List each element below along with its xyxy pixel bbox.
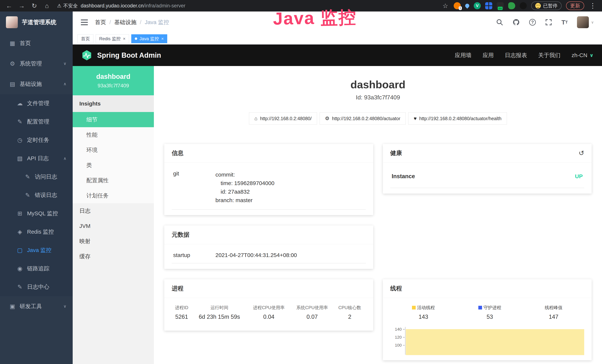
sidebar-item-label: 定时任务	[27, 136, 49, 144]
close-icon[interactable]: ×	[123, 36, 126, 41]
service-url-link[interactable]: ⌂ http://192.168.0.2:48080/	[249, 112, 317, 125]
paused-chip[interactable]: 已暂停	[531, 1, 562, 10]
sidebar-item-access-logs[interactable]: ✎ 访问日志	[0, 168, 73, 186]
chevron-up-icon: ∧	[64, 156, 66, 161]
sidebar-item-error-logs[interactable]: ✎ 错误日志	[0, 186, 73, 204]
document-icon: ✎	[23, 192, 32, 199]
extension-icon-3[interactable]: V	[474, 2, 481, 9]
sba-item-classes[interactable]: 类	[73, 158, 154, 173]
sidebar-item-mysql-monitor[interactable]: ⊞ MySQL 监控	[0, 204, 73, 223]
column-header: 进程ID	[172, 301, 192, 313]
dashboard-icon: ▦	[8, 40, 17, 47]
sba-item-details[interactable]: 细节	[73, 112, 154, 127]
github-icon[interactable]	[512, 19, 520, 26]
smiley-icon	[535, 3, 541, 9]
sidebar-item-label: 配置管理	[27, 118, 49, 126]
health-url-link[interactable]: ♥ http://192.168.0.2:48080/actuator/heal…	[408, 112, 507, 125]
extension-icon-7[interactable]	[520, 2, 527, 9]
sidebar-item-infrastructure[interactable]: ▤ 基础设施 ∧	[0, 74, 73, 94]
card-title: 信息	[172, 149, 183, 157]
sidebar-item-config-management[interactable]: ✎ 配置管理	[0, 113, 73, 131]
breadcrumb-home[interactable]: 首页	[95, 19, 106, 26]
sidebar-item-scheduled-tasks[interactable]: ◷ 定时任务	[0, 131, 73, 149]
app-logo[interactable]: 芋道管理系统	[0, 11, 73, 33]
sidebar-collapse-icon[interactable]	[81, 20, 88, 25]
sidebar-item-label: 日志中心	[27, 283, 49, 291]
tags-view: 首页 Redis 监控 × Java 监控 ×	[73, 33, 602, 44]
sba-item-logs[interactable]: 日志	[73, 203, 154, 218]
sidebar-item-java-monitor[interactable]: ▢ Java 监控	[0, 241, 73, 259]
update-button[interactable]: 更新	[566, 1, 584, 10]
sba-nav-journal[interactable]: 日志报表	[505, 52, 527, 59]
chevron-down-icon: ∨	[64, 61, 66, 66]
process-table: 进程ID 运行时间 进程CPU使用率 系统CPU使用率 CPU核心数 5261 …	[172, 301, 366, 325]
forward-icon[interactable]: →	[18, 2, 26, 10]
fullscreen-icon[interactable]	[545, 19, 552, 26]
sidebar-item-file-management[interactable]: ☁ 文件管理	[0, 94, 73, 113]
extension-icon-4[interactable]	[485, 2, 492, 9]
active-dot	[135, 37, 137, 40]
header-actions: ? TT ∨	[496, 16, 594, 28]
sidebar-item-dev-tools[interactable]: ▣ 研发工具 ∨	[0, 296, 73, 317]
cell-cpu-cores: 2	[334, 313, 366, 325]
sidebar-item-label: API 日志	[27, 155, 49, 162]
bookmark-star-icon[interactable]: ☆	[441, 2, 449, 10]
sidebar-item-api-logs[interactable]: ▧ API 日志 ∧	[0, 149, 73, 168]
home-icon[interactable]: ⌂	[43, 2, 51, 10]
chevron-down-icon: ∨	[64, 304, 66, 309]
sba-item-environment[interactable]: 环境	[73, 142, 154, 158]
reload-icon[interactable]: ↻	[30, 2, 38, 10]
sba-group-insights[interactable]: Insights	[73, 95, 154, 112]
extension-icon-2[interactable]	[464, 3, 470, 9]
sba-item-scheduled-tasks[interactable]: 计划任务	[73, 188, 154, 203]
search-icon[interactable]	[496, 19, 503, 26]
sba-item-config-props[interactable]: 配置属性	[73, 173, 154, 188]
y-tick-label: 120	[395, 335, 402, 340]
sba-item-mappings[interactable]: 映射	[73, 234, 154, 249]
back-icon[interactable]: ←	[5, 2, 13, 10]
sba-nav-applications[interactable]: 应用	[483, 52, 494, 59]
sba-item-metrics[interactable]: 性能	[73, 127, 154, 142]
sidebar-item-system[interactable]: ⚙ 系统管理 ∨	[0, 54, 73, 74]
legend-daemon-threads: 守护进程 53	[478, 305, 501, 320]
sba-item-caches[interactable]: 缓存	[73, 249, 154, 264]
extension-icon-5[interactable]: on	[497, 2, 504, 9]
sidebar-item-label: 链路追踪	[27, 265, 49, 272]
sidebar-item-home[interactable]: ▦ 首页	[0, 33, 73, 54]
sba-instance-header[interactable]: dashboard 93a3fc7f7409	[73, 66, 154, 95]
browser-menu-icon[interactable]: ⋮	[589, 2, 597, 10]
sidebar-item-log-center[interactable]: ✎ 日志中心	[0, 278, 73, 296]
home-icon: ⌂	[254, 116, 257, 121]
help-icon[interactable]: ?	[529, 19, 536, 26]
health-row-instance: Instance UP	[390, 165, 584, 188]
font-size-icon[interactable]: TT	[561, 19, 568, 26]
link-label: http://192.168.0.2:48080/	[260, 116, 312, 121]
process-card: 进程 进程ID 运行时间 进程CPU使用率 系统CPU使用率 CPU核心数	[164, 279, 373, 331]
close-icon[interactable]: ×	[161, 36, 164, 41]
address-bar[interactable]: ⚠ 不安全 dashboard.yudao.iocoder.cn/infra/a…	[57, 3, 437, 9]
sba-language-select[interactable]: zh-CN ∨	[572, 52, 593, 58]
actuator-url-link[interactable]: ⚙ http://192.168.0.2:48080/actuator	[320, 112, 406, 125]
sba-nav-about[interactable]: 关于我们	[538, 52, 560, 59]
metadata-key: startup	[173, 252, 215, 258]
tab-redis-monitor[interactable]: Redis 监控 ×	[96, 34, 129, 43]
sidebar-item-label: Java 监控	[27, 246, 52, 254]
sba-logo[interactable]: Spring Boot Admin	[81, 50, 161, 61]
sba-item-jvm[interactable]: JVM	[73, 218, 154, 234]
info-row-git: git commit: time: 1596289704000 id: 27aa…	[172, 165, 366, 210]
sidebar-item-label: MySQL 监控	[27, 210, 58, 217]
extension-icon-1[interactable]: 1	[454, 2, 461, 9]
info-line: branch: master	[215, 196, 274, 204]
user-menu[interactable]: ∨	[577, 16, 594, 28]
health-card: 健康 ↺ Instance UP	[383, 144, 592, 193]
sba-nav-wallboard[interactable]: 应用墙	[455, 52, 472, 59]
sidebar-item-redis-monitor[interactable]: ◈ Redis 监控	[0, 223, 73, 241]
tab-home[interactable]: 首页	[77, 34, 93, 43]
extension-icon-6[interactable]	[508, 2, 515, 9]
history-icon[interactable]: ↺	[579, 150, 584, 157]
breadcrumb-infrastructure[interactable]: 基础设施	[114, 19, 137, 26]
extension-v-glyph: V	[476, 3, 479, 8]
cell-process-cpu: 0.04	[247, 313, 290, 325]
sidebar-item-tracing[interactable]: ◉ 链路追踪	[0, 259, 73, 278]
tab-java-monitor[interactable]: Java 监控 ×	[131, 34, 167, 43]
